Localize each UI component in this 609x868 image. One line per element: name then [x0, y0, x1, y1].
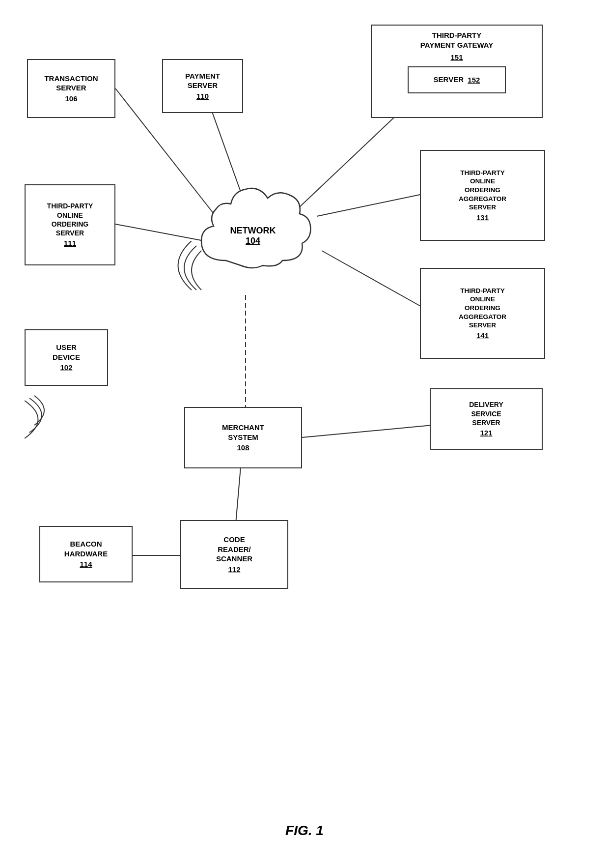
network-cloud: NETWORK 104 — [187, 174, 319, 288]
third-party-aggregator-131-node: THIRD-PARTY ONLINE ORDERING AGGREGATOR S… — [420, 150, 545, 241]
third-party-payment-gateway-label: THIRD-PARTYPAYMENT GATEWAY — [420, 30, 493, 50]
code-reader-scanner-node: CODE READER/ SCANNER 112 — [180, 520, 288, 589]
delivery-service-server-label: DELIVERY SERVICE SERVER — [469, 400, 503, 427]
user-device-node: USER DEVICE 102 — [25, 329, 108, 386]
beacon-hardware-node: BEACON HARDWARE 114 — [39, 526, 133, 582]
diagram: TRANSACTION SERVER 106 PAYMENT SERVER 11… — [0, 0, 609, 868]
user-device-id: 102 — [60, 363, 72, 373]
svg-line-4 — [322, 251, 422, 307]
third-party-aggregator-131-id: 131 — [476, 213, 489, 223]
third-party-aggregator-141-id: 141 — [476, 331, 489, 341]
code-reader-scanner-label: CODE READER/ SCANNER — [216, 535, 252, 564]
network-id: 104 — [230, 236, 276, 246]
payment-server-label: PAYMENT SERVER — [185, 71, 220, 90]
server-152-id: 152 — [468, 75, 480, 85]
beacon-hardware-label: BEACON HARDWARE — [64, 539, 108, 558]
payment-server-id: 110 — [196, 91, 209, 101]
network-label: NETWORK — [230, 226, 276, 235]
user-device-label: USER DEVICE — [53, 343, 80, 362]
figure-label: FIG. 1 — [285, 823, 324, 839]
merchant-system-node: MERCHANT SYSTEM 108 — [184, 407, 302, 468]
third-party-online-ordering-server-111-label: THIRD-PARTY ONLINE ORDERING SERVER — [47, 202, 93, 237]
third-party-aggregator-131-label: THIRD-PARTY ONLINE ORDERING AGGREGATOR S… — [459, 169, 506, 212]
svg-line-7 — [302, 425, 432, 437]
third-party-payment-gateway-id: 151 — [450, 53, 463, 62]
delivery-service-server-node: DELIVERY SERVICE SERVER 121 — [430, 388, 543, 450]
third-party-online-ordering-server-111-id: 111 — [64, 238, 76, 248]
server-152-node: SERVER 152 — [408, 66, 506, 93]
third-party-online-ordering-server-111-node: THIRD-PARTY ONLINE ORDERING SERVER 111 — [25, 184, 115, 265]
transaction-server-id: 106 — [65, 94, 77, 104]
third-party-payment-gateway-node: THIRD-PARTYPAYMENT GATEWAY 151 SERVER 15… — [371, 25, 543, 118]
svg-line-8 — [236, 467, 241, 523]
delivery-service-server-id: 121 — [480, 428, 492, 438]
transaction-server-label: TRANSACTION SERVER — [44, 74, 98, 93]
payment-server-node: PAYMENT SERVER 110 — [162, 59, 243, 113]
third-party-aggregator-141-node: THIRD-PARTY ONLINE ORDERING AGGREGATOR S… — [420, 268, 545, 359]
fig-label-text: FIG. 1 — [285, 823, 324, 838]
svg-line-3 — [317, 194, 422, 216]
server-152-label: SERVER — [434, 75, 468, 85]
beacon-hardware-id: 114 — [80, 559, 92, 569]
third-party-aggregator-141-label: THIRD-PARTY ONLINE ORDERING AGGREGATOR S… — [459, 287, 506, 330]
merchant-system-label: MERCHANT SYSTEM — [222, 423, 264, 442]
beacon-wifi-arcs — [25, 391, 88, 440]
transaction-server-node: TRANSACTION SERVER 106 — [27, 59, 115, 118]
code-reader-scanner-id: 112 — [228, 565, 240, 575]
merchant-system-id: 108 — [237, 443, 249, 453]
